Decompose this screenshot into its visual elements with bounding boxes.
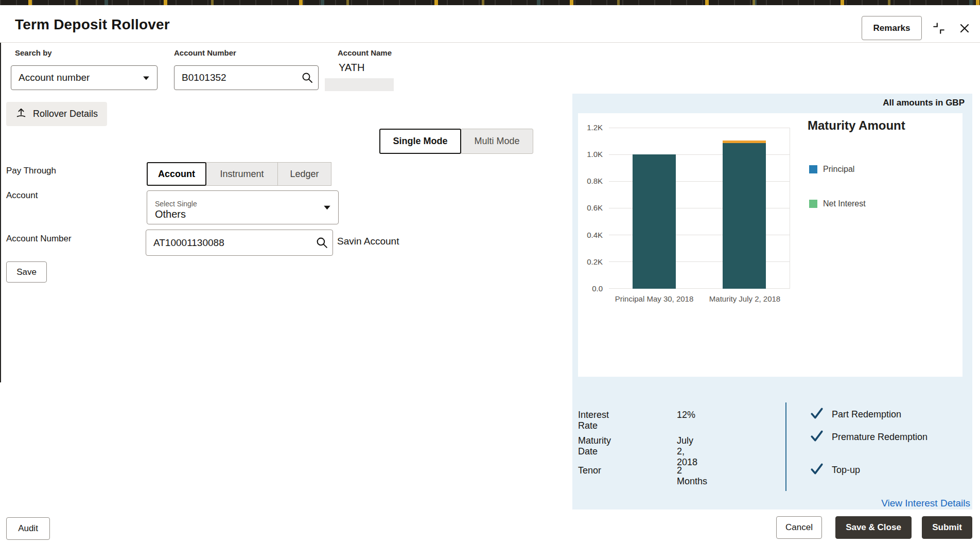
flag-label: Part Redemption <box>832 409 901 420</box>
account-select[interactable]: Select Single Others <box>147 190 339 224</box>
account-name-value: YATH <box>339 62 364 74</box>
account-select-caption: Select Single <box>155 200 316 208</box>
account-select-value: Others <box>155 208 316 220</box>
deposit-summary-panel: All amounts in GBP 1.2K 1.0K 0.8K 0.6K 0… <box>572 94 972 510</box>
bars <box>609 128 790 289</box>
decorative-top-band <box>0 0 980 5</box>
rollover-details-icon <box>15 107 27 121</box>
bar-segment-principal <box>723 143 766 289</box>
account-select-texts: Select Single Others <box>147 195 316 220</box>
check-icon <box>809 429 825 445</box>
bar-segment-principal <box>633 154 676 289</box>
page-title: Term Deposit Rollover <box>15 16 170 33</box>
single-mode-button[interactable]: Single Mode <box>379 129 461 154</box>
fact-label: Maturity Date <box>578 435 611 457</box>
audit-button[interactable]: Audit <box>6 517 50 540</box>
account-name-placeholder <box>325 78 394 91</box>
flag-top-up: Top-up <box>809 462 860 478</box>
bar-slot <box>609 128 699 289</box>
x-label-maturity: Maturity July 2, 2018 <box>699 294 790 303</box>
save-button[interactable]: Save <box>6 261 47 283</box>
bar-plot <box>609 128 790 289</box>
cancel-button[interactable]: Cancel <box>776 516 822 539</box>
x-label-principal: Principal May 30, 2018 <box>609 294 699 303</box>
y-tick: 1.0K <box>587 150 603 159</box>
y-tick: 0.8K <box>587 177 603 185</box>
y-tick: 0.0 <box>592 285 603 293</box>
form-account-number-input[interactable] <box>146 230 311 255</box>
flag-label: Top-up <box>832 465 860 476</box>
pay-through-tab-instrument[interactable]: Instrument <box>206 162 278 186</box>
y-tick: 0.4K <box>587 231 603 239</box>
flag-premature-redemption: Premature Redemption <box>809 429 927 445</box>
bar-slot <box>699 128 790 289</box>
bar-principal <box>633 128 676 289</box>
remarks-button[interactable]: Remarks <box>862 16 922 40</box>
fact-label: Interest Rate <box>578 410 609 431</box>
close-icon[interactable] <box>956 21 973 36</box>
pay-through-tab-account[interactable]: Account <box>147 162 206 186</box>
fact-label: Tenor <box>578 465 601 476</box>
vertical-divider <box>785 402 786 491</box>
check-icon <box>809 462 825 478</box>
account-type-hint: Savin Account <box>337 236 399 247</box>
rollover-details-tab[interactable]: Rollover Details <box>6 102 107 126</box>
flag-label: Premature Redemption <box>832 432 927 443</box>
rollover-details-label: Rollover Details <box>33 109 98 119</box>
header: Term Deposit Rollover Remarks <box>0 5 980 43</box>
y-tick: 1.2K <box>587 124 603 132</box>
chart-title: Maturity Amount <box>808 118 905 133</box>
view-interest-details-link[interactable]: View Interest Details <box>881 498 970 509</box>
search-by-select[interactable]: Account number <box>11 65 157 90</box>
save-and-close-button[interactable]: Save & Close <box>835 516 912 539</box>
search-by-label: Search by <box>15 48 52 57</box>
account-label: Account <box>6 190 38 201</box>
search-account-number-label: Account Number <box>174 48 236 57</box>
search-icon[interactable] <box>296 66 318 90</box>
chevron-down-icon <box>316 205 338 210</box>
flag-part-redemption: Part Redemption <box>809 407 901 422</box>
chevron-down-icon <box>143 72 150 83</box>
legend-label: Net Interest <box>823 199 866 208</box>
term-deposit-rollover-window: Term Deposit Rollover Remarks Search by … <box>0 0 980 544</box>
fact-value: 12% <box>677 410 695 420</box>
legend-item-net-interest: Net Interest <box>809 199 866 208</box>
bar-maturity <box>723 128 766 289</box>
check-icon <box>809 407 825 422</box>
search-account-number-field <box>174 65 319 90</box>
footer-bar: Audit Cancel Save & Close Submit <box>0 514 980 544</box>
y-tick: 0.2K <box>587 258 603 266</box>
y-tick: 0.6K <box>587 204 603 212</box>
x-axis-labels: Principal May 30, 2018 Maturity July 2, … <box>609 294 790 303</box>
legend-label: Principal <box>823 165 854 174</box>
pay-through-tab-ledger[interactable]: Ledger <box>277 162 331 186</box>
panel-edge-line <box>0 43 1 382</box>
y-axis-ticks: 1.2K 1.0K 0.8K 0.6K 0.4K 0.2K 0.0 <box>578 124 603 293</box>
pay-through-label: Pay Through <box>6 166 56 176</box>
fact-value: July 2, 2018 <box>677 435 697 468</box>
search-account-number-input[interactable] <box>174 66 296 90</box>
legend-swatch-net-interest <box>809 200 817 208</box>
submit-button[interactable]: Submit <box>922 516 972 539</box>
legend-item-principal: Principal <box>809 165 854 174</box>
collapse-icon[interactable] <box>931 21 947 36</box>
account-name-label: Account Name <box>338 48 392 57</box>
search-icon[interactable] <box>311 230 332 255</box>
search-by-value: Account number <box>19 72 90 83</box>
amounts-note: All amounts in GBP <box>883 98 965 108</box>
fact-value: 2 Months <box>677 465 707 487</box>
form-account-number-field <box>146 230 333 256</box>
maturity-chart-card: 1.2K 1.0K 0.8K 0.6K 0.4K 0.2K 0.0 <box>578 113 962 377</box>
multi-mode-button[interactable]: Multi Mode <box>461 129 533 154</box>
form-account-number-label: Account Number <box>6 234 72 244</box>
legend-swatch-principal <box>809 165 817 173</box>
